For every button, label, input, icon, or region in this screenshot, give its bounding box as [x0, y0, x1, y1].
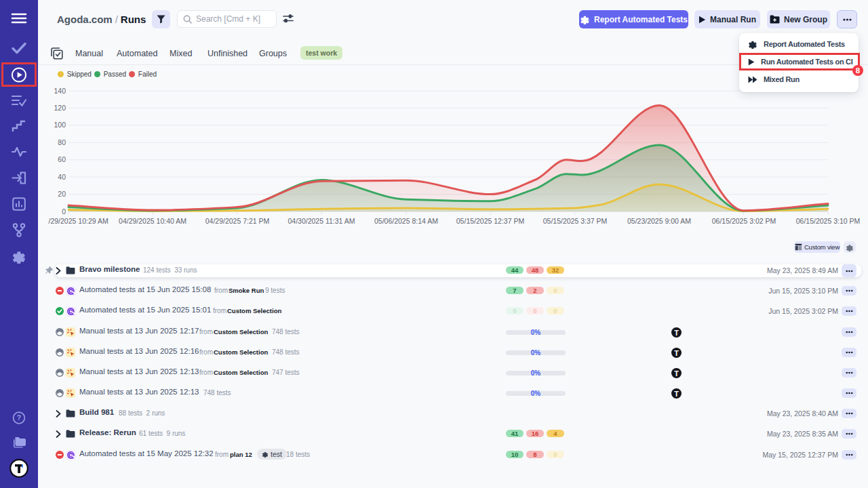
svg-text:60: 60	[58, 155, 66, 163]
svg-text:04/29/2025 10:40 AM: 04/29/2025 10:40 AM	[119, 217, 186, 225]
svg-text:05/23/2025 9:00 AM: 05/23/2025 9:00 AM	[627, 217, 691, 225]
svg-text:80: 80	[58, 138, 66, 146]
svg-text:140: 140	[54, 87, 66, 95]
svg-text:04/30/2025 11:31 AM: 04/30/2025 11:31 AM	[288, 217, 355, 225]
svg-text:40: 40	[58, 173, 66, 181]
svg-text:100: 100	[54, 121, 66, 129]
svg-text:06/15/2025 3:10 PM: 06/15/2025 3:10 PM	[796, 217, 861, 225]
svg-text:05/06/2025 8:14 AM: 05/06/2025 8:14 AM	[374, 217, 438, 225]
svg-text:0: 0	[62, 207, 66, 216]
svg-text:/29/2025 10:29 AM: /29/2025 10:29 AM	[49, 217, 108, 225]
svg-text:06/15/2025 3:02 PM: 06/15/2025 3:02 PM	[712, 217, 776, 225]
svg-text:05/15/2025 3:37 PM: 05/15/2025 3:37 PM	[543, 217, 608, 225]
svg-text:04/29/2025 7:21 PM: 04/29/2025 7:21 PM	[205, 217, 270, 225]
svg-text:?: ?	[17, 414, 21, 422]
svg-text:120: 120	[54, 104, 66, 112]
svg-text:20: 20	[58, 190, 66, 198]
svg-text:05/15/2025 12:37 PM: 05/15/2025 12:37 PM	[456, 217, 524, 225]
